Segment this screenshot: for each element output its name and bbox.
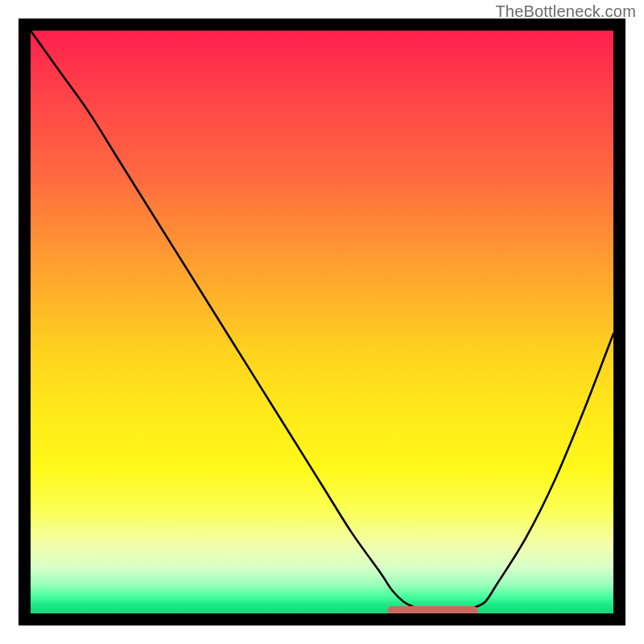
bottleneck-curve: [31, 31, 613, 611]
plot-area: [31, 31, 613, 613]
chart-svg: [31, 31, 613, 613]
